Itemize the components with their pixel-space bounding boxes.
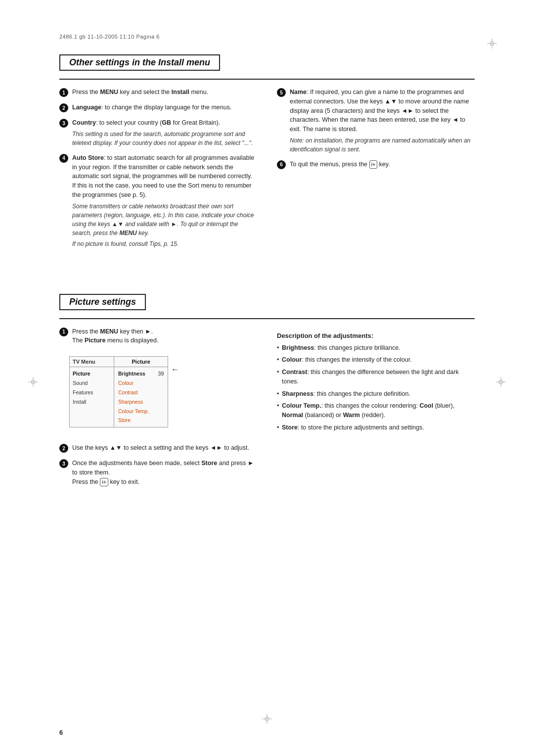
- menu-sharpness-row: Sharpness: [118, 397, 164, 407]
- picture-item-2: 2 Use the keys ▲▼ to select a setting an…: [59, 443, 257, 453]
- description-adjustments: Description of the adjustments: Brightne…: [277, 332, 475, 432]
- section2-col-left: 1 Press the MENU key then ►. The Picture…: [59, 327, 257, 493]
- item1-content: Press the MENU key and select the Instal…: [72, 88, 257, 97]
- menu-colourtemp-value: [149, 407, 164, 416]
- item5-italic: Note: on installation, the programs are …: [290, 136, 475, 154]
- crosshair-mid-right: [495, 376, 507, 389]
- desc-brightness-bold: Brightness: [282, 344, 314, 351]
- desc-warm-bold: Warm: [343, 412, 360, 419]
- install-item-2: 2 Language: to change the display langua…: [59, 103, 257, 112]
- desc-brightness: Brightness: this changes picture brillia…: [277, 343, 475, 353]
- install-item-4: 4 Auto Store: to start automatic search …: [59, 153, 257, 248]
- tv-menu-header: TV Menu Picture: [70, 357, 168, 367]
- desc-colour-bold: Colour: [282, 356, 302, 363]
- tv-menu-label: TV Menu: [70, 357, 114, 367]
- item4-italic2: If no picture is found, consult Tips, p.…: [72, 239, 257, 248]
- menu-colourtemp-label: Colour Temp.: [118, 407, 149, 416]
- picture-item-1: 1 Press the MENU key then ►. The Picture…: [59, 327, 257, 346]
- section-gap: [59, 269, 475, 289]
- page: 2486.1 gb 11-10-2005 11:10 Pagina 6 Othe…: [0, 0, 534, 756]
- item2-content: Language: to change the display language…: [72, 103, 257, 112]
- tv-menu-diagram: TV Menu Picture Picture Sound Features I…: [69, 356, 168, 427]
- tv-menu-nav: Picture Sound Features Install: [70, 367, 114, 427]
- install-item-1: 1 Press the MENU key and select the Inst…: [59, 88, 257, 97]
- nav-install: Install: [73, 397, 111, 407]
- item4-content: Auto Store: to start automatic search fo…: [72, 153, 257, 248]
- desc-store-bold: Store: [282, 424, 298, 431]
- section2-header: Picture settings: [59, 294, 146, 310]
- tv-menu-body: Picture Sound Features Install Brightnes…: [70, 367, 168, 427]
- item3-bold2: GB: [162, 119, 171, 126]
- pic-item1-content: Press the MENU key then ►. The Picture m…: [72, 327, 257, 346]
- crosshair-top-right: [486, 38, 498, 51]
- item5-num: 5: [277, 88, 286, 97]
- section1-header: Other settings in the Install menu: [59, 54, 220, 71]
- menu-contrast-value: [149, 388, 164, 397]
- item3-bold: Country: [72, 119, 96, 126]
- item4-italic1: Some transmitters or cable networks broa…: [72, 202, 257, 237]
- page-number-text: 6: [59, 729, 63, 736]
- page-number: 6: [59, 729, 63, 736]
- desc-sharpness-bold: Sharpness: [282, 390, 313, 397]
- menu-colour-label: Colour: [118, 378, 149, 388]
- item4-bold: Auto Store: [72, 154, 104, 161]
- diagram-arrow: ←: [171, 365, 179, 374]
- menu-store-row: Store: [118, 416, 164, 425]
- nav-picture: Picture: [73, 369, 111, 378]
- desc-contrast-bold: Contrast: [282, 369, 307, 376]
- menu-colourtemp-row: Colour Temp.: [118, 407, 164, 416]
- pic-picture-bold: Picture: [85, 337, 105, 344]
- pic-item2-content: Use the keys ▲▼ to select a setting and …: [72, 443, 257, 453]
- pic-item3-content: Once the adjustments have been made, sel…: [72, 459, 257, 486]
- tv-menu-picture-label: Picture: [114, 357, 168, 367]
- menu-colour-row: Colour: [118, 378, 164, 388]
- item1-num: 1: [59, 88, 68, 97]
- item4-num: 4: [59, 154, 68, 163]
- iplus-icon-1: i+: [369, 160, 378, 169]
- picture-item-3: 3 Once the adjustments have been made, s…: [59, 459, 257, 486]
- section1-col-left: 1 Press the MENU key and select the Inst…: [59, 88, 257, 254]
- pic-item2-num: 2: [59, 444, 68, 453]
- desc-cool-bold: Cool: [419, 402, 433, 409]
- description-title: Description of the adjustments:: [277, 332, 475, 339]
- nav-features: Features: [73, 388, 111, 397]
- header-text: 2486.1 gb 11-10-2005 11:10 Pagina 6: [59, 34, 160, 40]
- section-install: Other settings in the Install menu 1 Pre…: [59, 54, 475, 254]
- section2-title: Picture settings: [69, 297, 136, 307]
- menu-colour-value: [149, 378, 164, 388]
- item5-bold: Name: [290, 89, 307, 95]
- menu-store-label: Store: [118, 416, 149, 425]
- install-item-5: 5 Name: If required, you can give a name…: [277, 88, 475, 154]
- menu-brightness-label: Brightness: [118, 369, 149, 378]
- menu-sharpness-value: [149, 397, 164, 407]
- section1-title: Other settings in the Install menu: [69, 57, 210, 68]
- item6-num: 6: [277, 160, 286, 169]
- description-list: Brightness: this changes picture brillia…: [277, 343, 475, 432]
- item1-bold2: Install: [172, 89, 189, 95]
- menu-brightness-value: 39: [149, 369, 164, 378]
- menu-contrast-label: Contrast: [118, 388, 149, 397]
- crosshair-mid-left: [27, 376, 39, 389]
- pic-store-bold: Store: [201, 460, 217, 467]
- desc-colourtemp-bold: Colour Temp.: [282, 402, 321, 409]
- section1-col-right: 5 Name: If required, you can give a name…: [277, 88, 475, 254]
- tv-menu-items: Brightness 39 Colour Contrast: [114, 367, 168, 427]
- desc-store: Store: to store the picture adjustments …: [277, 423, 475, 432]
- install-item-6: 6 To quit the menus, press the i+ key.: [277, 160, 475, 169]
- pic-item3-num: 3: [59, 459, 68, 468]
- main-content: Other settings in the Install menu 1 Pre…: [59, 54, 475, 716]
- section1-columns: 1 Press the MENU key and select the Inst…: [59, 88, 475, 254]
- desc-colour: Colour: this changes the intensity of th…: [277, 355, 475, 365]
- menu-store-value: [149, 416, 164, 425]
- item2-bold: Language: [72, 104, 101, 111]
- menu-brightness-row: Brightness 39: [118, 369, 164, 378]
- item5-content: Name: If required, you can give a name t…: [290, 88, 475, 154]
- iplus-icon-2: i+: [100, 478, 108, 486]
- section2-columns: 1 Press the MENU key then ►. The Picture…: [59, 327, 475, 493]
- item3-italic: This setting is used for the search, aut…: [72, 130, 257, 147]
- nav-sound: Sound: [73, 378, 111, 388]
- pic-menu-bold: MENU: [100, 328, 118, 335]
- section-picture: Picture settings 1 Press the MENU key th…: [59, 294, 475, 493]
- install-item-3: 3 Country: to select your country (GB fo…: [59, 118, 257, 147]
- menu-contrast-row: Contrast: [118, 388, 164, 397]
